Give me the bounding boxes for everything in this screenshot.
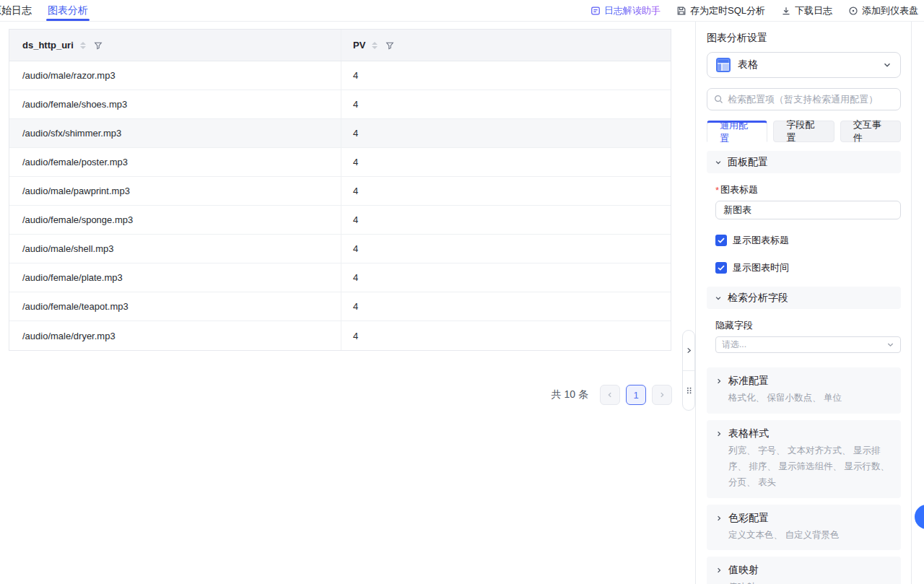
chevron-down-icon: [883, 61, 892, 69]
cell-pv: 4: [341, 177, 671, 205]
section-subtitle: 格式化、 保留小数点、 单位: [728, 391, 892, 406]
sort-desc-icon: [372, 46, 378, 49]
column-header-ds-http-uri: ds_http_uri: [9, 30, 341, 61]
show-chart-time-checkbox[interactable]: [715, 262, 727, 274]
filter-button[interactable]: [94, 41, 103, 50]
cell-pv: 4: [341, 90, 671, 118]
filter-button[interactable]: [385, 41, 394, 50]
section-subtitle: 定义文本色、 自定义背景色: [728, 528, 892, 544]
table-row: /audio/male/pawprint.mp34: [9, 177, 671, 206]
hidden-fields-select[interactable]: 请选...: [715, 336, 901, 353]
column-header-pv: PV: [341, 30, 671, 61]
section-table-style[interactable]: 表格样式 列宽、 字号、 文本对齐方式、 显示排序、 排序、 显示筛选组件、 显…: [707, 420, 901, 498]
chevron-right-icon: [715, 378, 723, 385]
cell-pv: 4: [341, 292, 671, 321]
pagination-total: 共 10 条: [552, 388, 588, 401]
cell-ds-http-uri: /audio/male/razor.mp3: [9, 61, 341, 90]
splitter-drag-handle[interactable]: [683, 371, 694, 411]
required-asterisk: *: [715, 185, 719, 196]
tab-chart-analysis[interactable]: 图表分析: [46, 0, 90, 21]
section-title: 值映射: [728, 564, 759, 577]
panel-title: 图表分析设置: [707, 32, 901, 45]
save-scheduled-sql-label: 存为定时SQL分析: [690, 4, 765, 17]
table-row: /audio/male/razor.mp34: [9, 61, 671, 90]
chevron-right-icon: [715, 515, 723, 522]
table-row: /audio/female/shoes.mp34: [9, 90, 671, 119]
chart-title-input[interactable]: [715, 201, 901, 219]
cell-ds-http-uri: /audio/female/plate.mp3: [9, 263, 341, 292]
chart-type-select[interactable]: 表格: [707, 52, 901, 78]
result-table: ds_http_uri PV: [9, 29, 671, 351]
section-search-fields[interactable]: 检索分析字段: [707, 287, 901, 309]
chevron-right-icon: [715, 567, 723, 574]
show-chart-time-label: 显示图表时间: [733, 261, 789, 274]
page-number-button[interactable]: 1: [626, 385, 646, 405]
log-assistant-label: 日志解读助手: [604, 4, 661, 17]
sort-button[interactable]: [372, 42, 378, 49]
search-icon: [714, 95, 723, 104]
chart-settings-panel: 图表分析设置 表格: [695, 22, 911, 584]
toolbar-actions: 日志解读助手 存为定时SQL分析 下载日志: [590, 0, 924, 21]
view-tabs: 原始日志 图表分析: [0, 0, 90, 21]
cell-pv: 4: [341, 61, 671, 90]
log-assistant-button[interactable]: 日志解读助手: [590, 4, 661, 17]
chevron-right-icon: [715, 430, 723, 437]
section-panel-config[interactable]: 面板配置: [707, 151, 901, 173]
cell-pv: 4: [341, 206, 671, 234]
tab-general-config[interactable]: 通用配置: [707, 121, 767, 142]
config-search: [707, 88, 901, 110]
chevron-down-icon: [715, 295, 722, 302]
add-to-dashboard-button[interactable]: 添加到仪表盘: [848, 4, 918, 17]
column-label: ds_http_uri: [22, 40, 74, 51]
panel-splitter: [682, 330, 695, 411]
table-row: /audio/male/dryer.mp34: [9, 321, 671, 350]
cell-ds-http-uri: /audio/female/shoes.mp3: [9, 90, 341, 118]
collapse-panel-button[interactable]: [683, 331, 694, 371]
next-page-button[interactable]: [652, 385, 672, 405]
top-toolbar: 原始日志 图表分析 日志解读助手 存为定时SQL分析: [0, 0, 924, 22]
tab-field-config[interactable]: 字段配置: [773, 121, 834, 142]
table-row: /audio/female/sponge.mp34: [9, 206, 671, 235]
sort-asc-icon: [372, 42, 378, 45]
show-chart-title-label: 显示图表标题: [733, 234, 789, 247]
cell-pv: 4: [341, 148, 671, 176]
section-title: 标准配置: [728, 375, 769, 388]
panel-config-group: * 图表标题 显示图表标题 显示图表时间: [707, 183, 901, 274]
config-tabs: 通用配置 字段配置 交互事件: [707, 121, 901, 142]
cell-ds-http-uri: /audio/sfx/shimmer.mp3: [9, 119, 341, 147]
ai-assistant-icon: [590, 6, 601, 16]
table-row: /audio/female/teapot.mp34: [9, 292, 671, 321]
tab-interaction-events[interactable]: 交互事件: [840, 121, 901, 142]
section-color-config[interactable]: 色彩配置 定义文本色、 自定义背景色: [707, 505, 901, 551]
chart-type-value: 表格: [738, 58, 876, 71]
sort-button[interactable]: [80, 42, 86, 49]
cell-pv: 4: [341, 235, 671, 263]
table-body: /audio/male/razor.mp34/audio/female/shoe…: [9, 61, 671, 350]
cell-pv: 4: [341, 263, 671, 292]
right-rail: [911, 22, 924, 584]
prev-page-button[interactable]: [600, 385, 620, 405]
tab-raw-logs[interactable]: 原始日志: [0, 0, 33, 21]
add-to-dashboard-icon: [848, 6, 858, 16]
config-search-input[interactable]: [728, 94, 894, 105]
download-logs-label: 下载日志: [795, 4, 832, 17]
cell-pv: 4: [341, 321, 671, 350]
content-area: ds_http_uri PV: [0, 22, 924, 584]
cell-pv: 4: [341, 119, 671, 147]
select-placeholder: 请选...: [722, 339, 746, 351]
section-standard-config[interactable]: 标准配置 格式化、 保留小数点、 单位: [707, 367, 901, 414]
download-logs-button[interactable]: 下载日志: [781, 4, 832, 17]
section-title: 表格样式: [728, 427, 769, 440]
section-value-mapping[interactable]: 值映射 值映射: [707, 557, 901, 584]
cell-ds-http-uri: /audio/male/shell.mp3: [9, 235, 341, 263]
section-title: 面板配置: [728, 156, 768, 169]
section-subtitle: 列宽、 字号、 文本对齐方式、 显示排序、 排序、 显示筛选组件、 显示行数、 …: [728, 443, 892, 491]
show-chart-title-checkbox[interactable]: [715, 235, 727, 246]
hidden-fields-label: 隐藏字段: [715, 319, 901, 332]
chevron-down-icon: [886, 341, 894, 349]
sort-asc-icon: [80, 42, 86, 45]
table-chart-icon: [716, 58, 731, 72]
section-subtitle: 值映射: [728, 580, 892, 584]
table-row: /audio/female/poster.mp34: [9, 148, 671, 177]
save-scheduled-sql-button[interactable]: 存为定时SQL分析: [676, 4, 765, 17]
